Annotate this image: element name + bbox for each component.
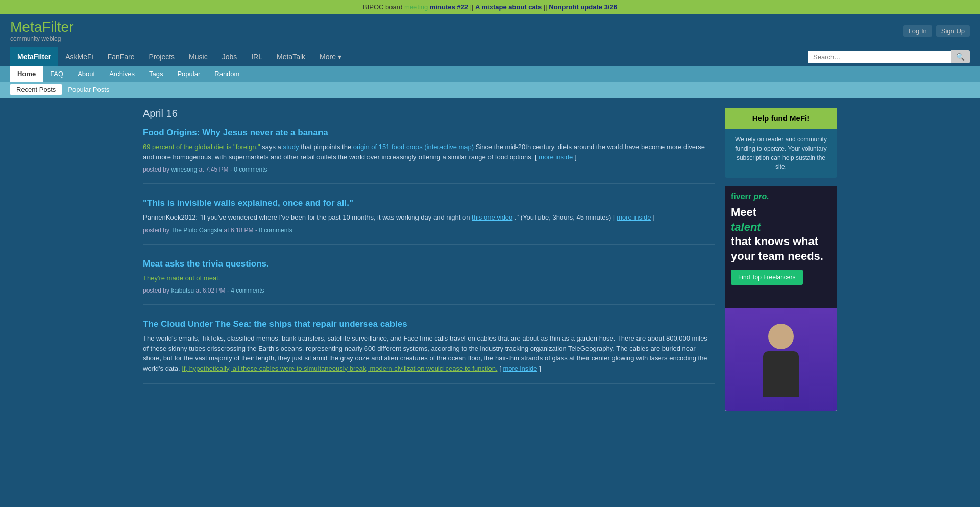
post-body-more-link[interactable]: more inside bbox=[538, 153, 573, 161]
post-title: Food Origins: Why Jesus never ate a bana… bbox=[143, 128, 715, 138]
announcement-link-1[interactable]: minutes #22 bbox=[430, 3, 468, 11]
subnav-about[interactable]: About bbox=[70, 66, 102, 82]
post-body-text: says a bbox=[262, 143, 283, 151]
tertiary-popular-posts[interactable]: Popular Posts bbox=[62, 84, 115, 95]
announcement-text: BIPOC board meeting minutes #22 || A mix… bbox=[363, 3, 617, 11]
tertiary-recent-posts[interactable]: Recent Posts bbox=[10, 84, 62, 95]
post-body-close: ] bbox=[539, 365, 541, 372]
person-silhouette bbox=[761, 324, 801, 395]
site-logo: MetaFilter bbox=[10, 19, 74, 35]
subnav-home[interactable]: Home bbox=[10, 66, 43, 82]
post-meta: posted by The Pluto Gangsta at 6:18 PM -… bbox=[143, 227, 715, 234]
post-body-close: ] bbox=[575, 153, 577, 161]
nav-item-jobs[interactable]: Jobs bbox=[215, 47, 244, 66]
post-title-link[interactable]: Meat asks the trivia questions. bbox=[143, 259, 269, 269]
post-meta-time: at 6:18 PM bbox=[224, 227, 254, 234]
post-body-more-link[interactable]: more inside bbox=[617, 213, 651, 221]
main-content: April 16 Food Origins: Why Jesus never a… bbox=[143, 108, 715, 419]
post-body: 69 percent of the global diet is "foreig… bbox=[143, 142, 715, 162]
ad-fiverr-cta[interactable]: Find Top Freelancers bbox=[731, 270, 803, 285]
post-body-link1[interactable]: this one video bbox=[472, 213, 512, 221]
help-fund-widget: Help fund MeFi! We rely on reader and co… bbox=[725, 108, 837, 178]
nav-item-projects[interactable]: Projects bbox=[142, 47, 182, 66]
post-meta-posted: posted by bbox=[143, 287, 169, 294]
ad-fiverr-top: fiverr pro. Meet talent that knows what … bbox=[725, 186, 837, 308]
logo-area: MetaFilter community weblog bbox=[10, 19, 74, 42]
subnav-tags[interactable]: Tags bbox=[142, 66, 170, 82]
person-head bbox=[768, 324, 794, 349]
announcement-link-2[interactable]: A mixtape about cats bbox=[475, 3, 542, 11]
subnav-faq[interactable]: FAQ bbox=[43, 66, 70, 82]
post-meta-user[interactable]: winesong bbox=[171, 166, 197, 173]
post-meta-time: at 7:45 PM bbox=[199, 166, 228, 173]
nav-item-music[interactable]: Music bbox=[182, 47, 215, 66]
announcement-bar: BIPOC board meeting minutes #22 || A mix… bbox=[0, 0, 980, 14]
ad-fiverr-logo: fiverr pro. bbox=[731, 192, 769, 201]
post-body-link-green[interactable]: 69 percent of the global diet is "foreig… bbox=[143, 143, 260, 151]
post-body-text2: ." (YouTube, 3hours, 45 minutes) [ bbox=[514, 213, 615, 221]
ad-person-image bbox=[725, 308, 837, 411]
subnav-random[interactable]: Random bbox=[207, 66, 247, 82]
post-body-green-link[interactable]: They're made out of meat. bbox=[143, 274, 220, 282]
post-meta: posted by kaibutsu at 6:02 PM - 4 commen… bbox=[143, 287, 715, 294]
post-body-study-link[interactable]: study bbox=[283, 143, 299, 151]
post-title: Meat asks the trivia questions. bbox=[143, 259, 715, 269]
post-body: PannenKoek2012: "If you've wondered wher… bbox=[143, 212, 715, 223]
post-card: "This is invisible walls explained, once… bbox=[143, 198, 715, 245]
person-body bbox=[763, 351, 799, 397]
post-meta-comments[interactable]: 4 comments bbox=[231, 287, 264, 294]
sidebar-support-text: We rely on reader and community funding … bbox=[725, 129, 837, 178]
signup-button[interactable]: Sign Up bbox=[936, 25, 970, 37]
post-body-close: ] bbox=[653, 213, 655, 221]
post-card: Meat asks the trivia questions. They're … bbox=[143, 259, 715, 305]
page-wrapper: April 16 Food Origins: Why Jesus never a… bbox=[133, 98, 847, 429]
post-body-text: PannenKoek2012: "If you've wondered wher… bbox=[143, 213, 472, 221]
search-area: 🔍 bbox=[808, 50, 970, 63]
post-meta-time: at 6:02 PM bbox=[195, 287, 225, 294]
login-button[interactable]: Log In bbox=[903, 25, 932, 37]
sidebar: Help fund MeFi! We rely on reader and co… bbox=[725, 108, 837, 419]
help-fund-button[interactable]: Help fund MeFi! bbox=[725, 108, 837, 129]
ad-content: fiverr pro. Meet talent that knows what … bbox=[725, 186, 837, 411]
post-title-link[interactable]: Food Origins: Why Jesus never ate a bana… bbox=[143, 128, 328, 137]
ad-image bbox=[725, 308, 837, 411]
post-body-more-link[interactable]: more inside bbox=[503, 365, 537, 372]
post-title-link[interactable]: The Cloud Under The Sea: the ships that … bbox=[143, 319, 407, 329]
subnav-archives[interactable]: Archives bbox=[102, 66, 142, 82]
post-body: The world's emails, TikToks, classified … bbox=[143, 333, 715, 373]
post-meta: posted by winesong at 7:45 PM - 0 commen… bbox=[143, 166, 715, 173]
post-meta-posted: posted by bbox=[143, 227, 169, 234]
post-meta-user[interactable]: kaibutsu bbox=[171, 287, 194, 294]
ad-fiverr-text: Meet talent that knows what your team ne… bbox=[731, 205, 831, 263]
post-card: Food Origins: Why Jesus never ate a bana… bbox=[143, 128, 715, 184]
nav-item-askmifi[interactable]: AskMeFi bbox=[58, 47, 100, 66]
post-body-link1[interactable]: If, hypothetically, all these cables wer… bbox=[182, 365, 497, 372]
post-body-text2: that pinpoints the bbox=[301, 143, 353, 151]
sub-nav: Home FAQ About Archives Tags Popular Ran… bbox=[0, 66, 980, 82]
post-title: "This is invisible walls explained, once… bbox=[143, 198, 715, 208]
post-meta-user[interactable]: The Pluto Gangsta bbox=[171, 227, 222, 234]
nav-item-metafilter[interactable]: MetaFilter bbox=[10, 47, 58, 66]
nav-item-more[interactable]: More ▾ bbox=[312, 47, 349, 66]
announcement-link-3[interactable]: Nonprofit update 3/26 bbox=[549, 3, 617, 11]
search-input[interactable] bbox=[808, 51, 951, 63]
main-nav: MetaFilter AskMeFi FanFare Projects Musi… bbox=[0, 47, 980, 66]
search-button[interactable]: 🔍 bbox=[951, 50, 970, 63]
tertiary-nav: Recent Posts Popular Posts bbox=[0, 82, 980, 98]
post-title: The Cloud Under The Sea: the ships that … bbox=[143, 319, 715, 329]
auth-buttons: Log In Sign Up bbox=[903, 25, 970, 37]
advertisement-widget: fiverr pro. Meet talent that knows what … bbox=[725, 186, 837, 411]
post-body-text2: [ bbox=[499, 365, 501, 372]
post-body-origin-link[interactable]: origin of 151 food crops (interactive ma… bbox=[353, 143, 474, 151]
post-meta-comments[interactable]: 0 comments bbox=[234, 166, 267, 173]
subnav-popular[interactable]: Popular bbox=[170, 66, 207, 82]
nav-item-metatalk[interactable]: MetaTalk bbox=[270, 47, 312, 66]
nav-item-fanfare[interactable]: FanFare bbox=[101, 47, 142, 66]
post-body: They're made out of meat. bbox=[143, 273, 715, 283]
date-heading: April 16 bbox=[143, 108, 715, 119]
post-meta-comments[interactable]: 0 comments bbox=[259, 227, 292, 234]
nav-item-irl[interactable]: IRL bbox=[244, 47, 270, 66]
post-meta-posted: posted by bbox=[143, 166, 169, 173]
post-title-link[interactable]: "This is invisible walls explained, once… bbox=[143, 198, 353, 208]
site-header: MetaFilter community weblog Log In Sign … bbox=[0, 14, 980, 47]
